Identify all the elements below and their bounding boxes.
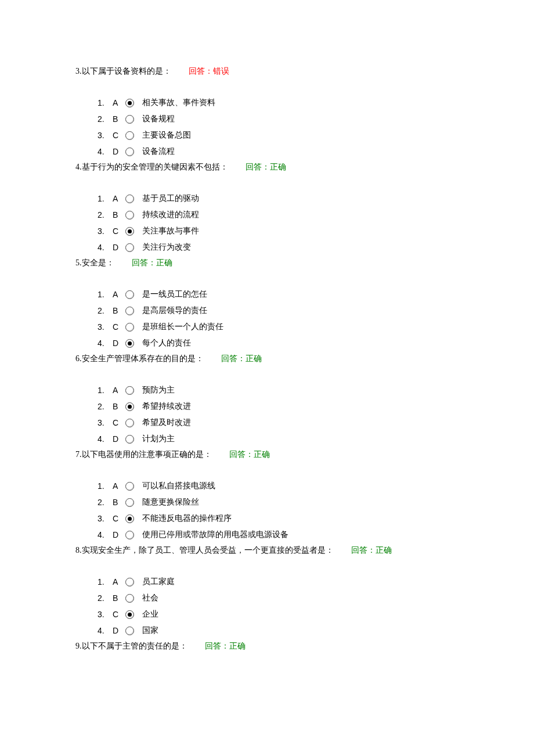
option-row: 4.D关注行为改变 <box>98 239 459 255</box>
radio-icon[interactable] <box>125 115 134 124</box>
option-letter: D <box>113 527 123 543</box>
answer-prefix: 回答： <box>221 354 246 363</box>
option-letter: A <box>113 382 123 398</box>
radio-icon[interactable] <box>125 307 134 315</box>
question-header: 3.以下属于设备资料的是：回答：错误 <box>75 65 459 77</box>
option-letter: C <box>113 510 123 527</box>
option-index: 1. <box>98 286 113 303</box>
option-text: 是班组长一个人的责任 <box>142 319 223 335</box>
radio-icon[interactable] <box>125 419 134 427</box>
answer-prefix: 回答： <box>351 546 376 555</box>
question-header: 6.安全生产管理体系存在的目的是：回答：正确 <box>75 352 459 365</box>
option-text: 关注行为改变 <box>142 239 191 255</box>
radio-icon[interactable] <box>125 610 134 619</box>
option-index: 2. <box>98 111 113 127</box>
question-text: 以下不属于主管的责任的是： <box>82 642 187 650</box>
option-text: 使用已停用或带故障的用电器或电源设备 <box>142 527 288 543</box>
option-index: 4. <box>98 527 113 543</box>
option-index: 4. <box>98 239 113 255</box>
option-row: 1.A相关事故、事件资料 <box>98 95 459 111</box>
option-letter: B <box>113 111 123 127</box>
option-text: 相关事故、事件资料 <box>142 95 215 111</box>
radio-icon[interactable] <box>125 290 134 299</box>
option-text: 计划为主 <box>142 431 175 447</box>
answer-status: 回答：正确 <box>205 642 246 650</box>
option-letter: A <box>113 190 123 207</box>
radio-icon[interactable] <box>125 243 134 252</box>
options-list: 1.A基于员工的驱动2.B持续改进的流程3.C关注事故与事件4.D关注行为改变 <box>98 190 459 255</box>
option-row: 4.D每个人的责任 <box>98 335 459 351</box>
radio-icon[interactable] <box>125 211 134 219</box>
option-index: 1. <box>98 190 113 207</box>
option-letter: D <box>113 622 123 639</box>
option-index: 1. <box>98 478 113 494</box>
radio-icon[interactable] <box>125 339 134 348</box>
radio-icon[interactable] <box>125 386 134 395</box>
question-text: 安全是： <box>82 258 114 267</box>
option-row: 2.B是高层领导的责任 <box>98 303 459 319</box>
option-row: 1.A预防为主 <box>98 382 459 398</box>
option-row: 4.D使用已停用或带故障的用电器或电源设备 <box>98 527 459 543</box>
radio-icon[interactable] <box>125 514 134 523</box>
radio-icon[interactable] <box>125 435 134 444</box>
radio-icon[interactable] <box>125 594 134 603</box>
option-letter: B <box>113 207 123 223</box>
radio-icon[interactable] <box>125 402 134 411</box>
option-index: 4. <box>98 143 113 160</box>
option-index: 2. <box>98 398 113 415</box>
option-text: 国家 <box>142 622 158 639</box>
answer-value: 正确 <box>156 258 172 267</box>
option-row: 1.A可以私自搭接电源线 <box>98 478 459 494</box>
answer-value: 正确 <box>229 642 246 650</box>
question-text: 以下属于设备资料的是： <box>82 67 171 75</box>
radio-icon[interactable] <box>125 531 134 539</box>
option-text: 持续改进的流程 <box>142 207 199 223</box>
radio-icon[interactable] <box>125 482 134 491</box>
options-list: 1.A可以私自搭接电源线2.B随意更换保险丝3.C不能违反电器的操作程序4.D使… <box>98 478 459 543</box>
options-list: 1.A员工家庭2.B社会3.C企业4.D国家 <box>98 574 459 639</box>
option-text: 不能违反电器的操作程序 <box>142 510 232 527</box>
radio-icon[interactable] <box>125 323 134 332</box>
answer-prefix: 回答： <box>205 642 229 650</box>
option-letter: C <box>113 127 123 143</box>
answer-status: 回答：错误 <box>189 67 229 75</box>
option-letter: D <box>113 431 123 447</box>
radio-icon[interactable] <box>125 195 134 203</box>
option-row: 1.A基于员工的驱动 <box>98 190 459 207</box>
option-index: 3. <box>98 510 113 527</box>
option-index: 2. <box>98 303 113 319</box>
option-text: 基于员工的驱动 <box>142 190 199 207</box>
answer-prefix: 回答： <box>246 163 270 171</box>
radio-icon[interactable] <box>125 627 134 635</box>
radio-icon[interactable] <box>125 578 134 586</box>
question-number: 7. <box>75 450 82 459</box>
answer-value: 正确 <box>270 163 286 171</box>
radio-icon[interactable] <box>125 498 134 507</box>
answer-status: 回答：正确 <box>132 258 172 267</box>
option-letter: D <box>113 143 123 160</box>
option-letter: C <box>113 606 123 622</box>
answer-status: 回答：正确 <box>246 163 286 171</box>
option-text: 随意更换保险丝 <box>142 494 199 510</box>
radio-icon[interactable] <box>125 131 134 140</box>
options-list: 1.A是一线员工的怎任2.B是高层领导的责任3.C是班组长一个人的责任4.D每个… <box>98 286 459 351</box>
option-letter: C <box>113 319 123 335</box>
option-text: 主要设备总图 <box>142 127 191 143</box>
option-row: 4.D计划为主 <box>98 431 459 447</box>
option-letter: C <box>113 415 123 431</box>
question-number: 5. <box>75 258 82 267</box>
option-text: 企业 <box>142 606 158 622</box>
question-number: 3. <box>75 67 82 75</box>
option-index: 3. <box>98 127 113 143</box>
option-row: 2.B希望持续改进 <box>98 398 459 415</box>
answer-prefix: 回答： <box>189 67 213 75</box>
radio-icon[interactable] <box>125 99 134 107</box>
option-index: 3. <box>98 606 113 622</box>
radio-icon[interactable] <box>125 227 134 236</box>
answer-prefix: 回答： <box>132 258 156 267</box>
option-letter: C <box>113 223 123 239</box>
option-text: 每个人的责任 <box>142 335 191 351</box>
radio-icon[interactable] <box>125 147 134 156</box>
question-number: 6. <box>75 354 82 363</box>
option-row: 3.C希望及时改进 <box>98 415 459 431</box>
